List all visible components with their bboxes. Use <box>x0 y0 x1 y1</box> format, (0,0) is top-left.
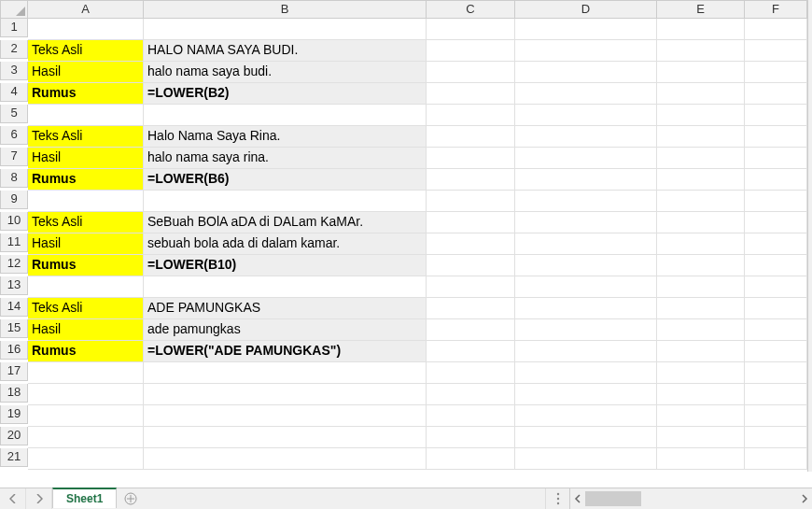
cell-C8[interactable] <box>427 169 515 191</box>
cell-E7[interactable] <box>657 148 745 169</box>
cell-F2[interactable] <box>745 40 807 62</box>
row-header-12[interactable]: 12 <box>0 255 28 274</box>
cell-F15[interactable] <box>745 319 807 341</box>
cell-E1[interactable] <box>657 19 745 40</box>
cell-A17[interactable] <box>28 362 144 384</box>
column-header-a[interactable]: A <box>28 0 144 19</box>
row-header-16[interactable]: 16 <box>0 341 28 360</box>
cell-F21[interactable] <box>745 448 807 470</box>
cell-D1[interactable] <box>515 19 657 40</box>
cell-B11[interactable]: sebuah bola ada di dalam kamar. <box>144 233 427 255</box>
cell-E11[interactable] <box>657 233 745 255</box>
cell-C1[interactable] <box>427 19 515 40</box>
cell-B12[interactable]: =LOWER(B10) <box>144 255 427 276</box>
cell-A16[interactable]: Rumus <box>28 341 144 362</box>
cell-B8[interactable]: =LOWER(B6) <box>144 169 427 191</box>
row-header-15[interactable]: 15 <box>0 319 28 338</box>
cell-A10[interactable]: Teks Asli <box>28 212 144 233</box>
cell-F1[interactable] <box>745 19 807 40</box>
cell-F17[interactable] <box>745 362 807 384</box>
cell-B10[interactable]: SeBuah BOlA aDA di DALam KaMAr. <box>144 212 427 233</box>
cell-A21[interactable] <box>28 448 144 470</box>
cell-D18[interactable] <box>515 384 657 405</box>
cell-B9[interactable] <box>144 191 427 212</box>
row-header-11[interactable]: 11 <box>0 233 28 252</box>
cell-F14[interactable] <box>745 298 807 319</box>
cell-C21[interactable] <box>427 448 515 470</box>
cell-C12[interactable] <box>427 255 515 276</box>
row-header-7[interactable]: 7 <box>0 148 28 166</box>
cell-C15[interactable] <box>427 319 515 341</box>
cell-B6[interactable]: Halo Nama Saya Rina. <box>144 126 427 148</box>
scroll-left-button[interactable] <box>570 491 585 506</box>
row-header-6[interactable]: 6 <box>0 126 28 145</box>
cell-E20[interactable] <box>657 427 745 448</box>
row-header-20[interactable]: 20 <box>0 427 28 445</box>
cell-A1[interactable] <box>28 19 144 40</box>
row-header-5[interactable]: 5 <box>0 105 28 123</box>
cell-E2[interactable] <box>657 40 745 62</box>
cell-D11[interactable] <box>515 233 657 255</box>
cell-C20[interactable] <box>427 427 515 448</box>
cell-C14[interactable] <box>427 298 515 319</box>
cell-E3[interactable] <box>657 62 745 83</box>
cell-D15[interactable] <box>515 319 657 341</box>
cell-E15[interactable] <box>657 319 745 341</box>
cell-C9[interactable] <box>427 191 515 212</box>
row-header-19[interactable]: 19 <box>0 405 28 424</box>
cell-A18[interactable] <box>28 384 144 405</box>
cell-D16[interactable] <box>515 341 657 362</box>
cell-B13[interactable] <box>144 276 427 298</box>
cell-B7[interactable]: halo nama saya rina. <box>144 148 427 169</box>
cell-E19[interactable] <box>657 405 745 427</box>
cell-D12[interactable] <box>515 255 657 276</box>
cell-C5[interactable] <box>427 105 515 126</box>
vertical-scrollbar[interactable] <box>807 0 812 472</box>
cell-A19[interactable] <box>28 405 144 427</box>
cell-F16[interactable] <box>745 341 807 362</box>
add-sheet-button[interactable] <box>117 488 145 509</box>
cell-E4[interactable] <box>657 83 745 105</box>
cell-F6[interactable] <box>745 126 807 148</box>
cell-D14[interactable] <box>515 298 657 319</box>
row-header-18[interactable]: 18 <box>0 384 28 403</box>
cell-B14[interactable]: ADE PAMUNGKAS <box>144 298 427 319</box>
cell-A5[interactable] <box>28 105 144 126</box>
cell-B19[interactable] <box>144 405 427 427</box>
cell-B18[interactable] <box>144 384 427 405</box>
cell-E6[interactable] <box>657 126 745 148</box>
cell-F7[interactable] <box>745 148 807 169</box>
cell-C18[interactable] <box>427 384 515 405</box>
column-header-d[interactable]: D <box>515 0 657 19</box>
row-header-13[interactable]: 13 <box>0 276 28 295</box>
prev-sheet-button[interactable] <box>0 488 26 509</box>
cell-C11[interactable] <box>427 233 515 255</box>
cell-F3[interactable] <box>745 62 807 83</box>
cell-C3[interactable] <box>427 62 515 83</box>
column-header-f[interactable]: F <box>745 0 807 19</box>
cell-E12[interactable] <box>657 255 745 276</box>
sheet-tab-active[interactable]: Sheet1 <box>52 488 117 508</box>
cell-F12[interactable] <box>745 255 807 276</box>
cell-C19[interactable] <box>427 405 515 427</box>
cell-F9[interactable] <box>745 191 807 212</box>
cell-A3[interactable]: Hasil <box>28 62 144 83</box>
cell-A20[interactable] <box>28 427 144 448</box>
cell-B15[interactable]: ade pamungkas <box>144 319 427 341</box>
cell-A11[interactable]: Hasil <box>28 233 144 255</box>
cell-B20[interactable] <box>144 427 427 448</box>
cell-B21[interactable] <box>144 448 427 470</box>
cell-A12[interactable]: Rumus <box>28 255 144 276</box>
cell-D17[interactable] <box>515 362 657 384</box>
cell-A4[interactable]: Rumus <box>28 83 144 105</box>
cell-E21[interactable] <box>657 448 745 470</box>
cell-D13[interactable] <box>515 276 657 298</box>
cell-C4[interactable] <box>427 83 515 105</box>
cell-D21[interactable] <box>515 448 657 470</box>
cell-D2[interactable] <box>515 40 657 62</box>
cell-F4[interactable] <box>745 83 807 105</box>
row-header-1[interactable]: 1 <box>0 19 28 37</box>
row-header-2[interactable]: 2 <box>0 40 28 59</box>
row-header-21[interactable]: 21 <box>0 448 28 467</box>
cell-D3[interactable] <box>515 62 657 83</box>
